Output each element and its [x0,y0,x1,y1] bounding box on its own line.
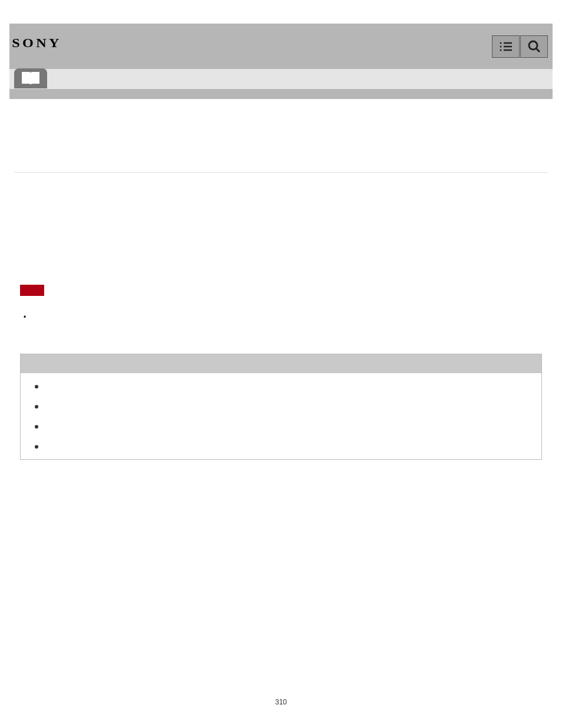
svg-point-6 [529,41,537,50]
svg-point-0 [500,42,501,44]
related-item[interactable] [35,385,527,388]
note-list [24,311,548,322]
list-button[interactable] [492,35,520,58]
page-number: 310 [14,698,548,706]
related-item[interactable] [35,425,527,429]
top-header: SONY [9,24,553,69]
brand-logo: SONY [12,35,62,51]
related-topic-header [21,354,541,373]
book-icon-container[interactable] [14,68,47,88]
related-topic-box [20,354,542,460]
related-topic-body [21,373,541,459]
svg-point-2 [500,46,501,48]
related-item[interactable] [35,405,527,409]
svg-point-4 [500,50,501,51]
related-item[interactable] [35,445,527,449]
note-item [24,311,548,322]
search-icon [527,39,541,54]
book-icon [21,71,41,86]
gray-strip [9,89,553,99]
search-button[interactable] [520,35,548,58]
sub-header [9,69,553,89]
header-button-group [492,35,548,58]
svg-line-7 [536,48,540,52]
note-badge: Note [20,285,44,296]
list-icon [499,41,513,52]
